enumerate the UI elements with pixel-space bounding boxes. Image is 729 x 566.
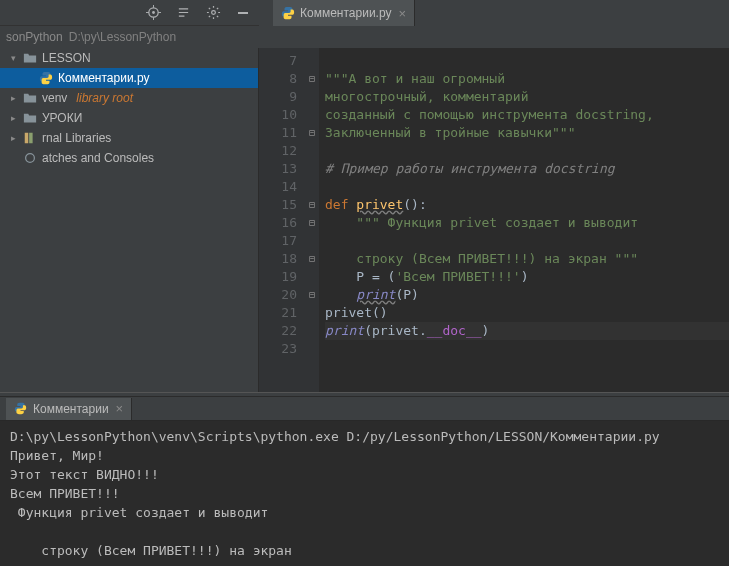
collapse-icon[interactable] bbox=[175, 5, 191, 21]
svg-point-1 bbox=[152, 11, 155, 14]
code-area[interactable]: """А вот и наш огромныймногострочный, ко… bbox=[319, 48, 729, 392]
python-file-icon bbox=[14, 402, 28, 416]
breadcrumb-project[interactable]: sonPython bbox=[6, 30, 63, 44]
editor-tabs: Комментарии.py × bbox=[259, 0, 729, 26]
svg-rect-7 bbox=[238, 12, 248, 14]
tree-item[interactable]: ▸venvlibrary root bbox=[0, 88, 258, 108]
svg-point-10 bbox=[26, 154, 35, 163]
hide-icon[interactable] bbox=[235, 5, 251, 21]
run-tab-label: Комментарии bbox=[33, 402, 109, 416]
console-output[interactable]: D:\py\LessonPython\venv\Scripts\python.e… bbox=[0, 421, 729, 566]
gear-icon[interactable] bbox=[205, 5, 221, 21]
python-file-icon bbox=[281, 6, 295, 20]
run-tab-close-icon[interactable]: × bbox=[116, 401, 124, 416]
run-tabs: Комментарии × bbox=[0, 397, 729, 421]
editor-tab[interactable]: Комментарии.py × bbox=[273, 0, 415, 26]
line-gutter: 7891011121314151617181920212223 bbox=[259, 48, 305, 392]
project-tree[interactable]: ▾LESSONКомментарии.py▸venvlibrary root▸У… bbox=[0, 48, 259, 392]
svg-rect-9 bbox=[29, 133, 33, 144]
breadcrumb-path: D:\py\LessonPython bbox=[69, 30, 176, 44]
breadcrumb: sonPython D:\py\LessonPython bbox=[0, 26, 729, 48]
run-tab[interactable]: Комментарии × bbox=[6, 398, 132, 420]
main-area: ▾LESSONКомментарии.py▸venvlibrary root▸У… bbox=[0, 48, 729, 392]
tab-close-icon[interactable]: × bbox=[399, 6, 407, 21]
svg-rect-8 bbox=[25, 133, 29, 144]
fold-column[interactable]: ⊟⊟⊟⊟⊟⊟ bbox=[305, 48, 319, 392]
tree-item[interactable]: atches and Consoles bbox=[0, 148, 258, 168]
editor-tab-label: Комментарии.py bbox=[300, 6, 392, 20]
tree-item[interactable]: ▸УРОКИ bbox=[0, 108, 258, 128]
tree-item[interactable]: Комментарии.py bbox=[0, 68, 258, 88]
run-tool-window: Комментарии × D:\py\LessonPython\venv\Sc… bbox=[0, 397, 729, 566]
tree-item[interactable]: ▸rnal Libraries bbox=[0, 128, 258, 148]
tree-item[interactable]: ▾LESSON bbox=[0, 48, 258, 68]
top-bar: Комментарии.py × bbox=[0, 0, 729, 26]
code-editor[interactable]: 7891011121314151617181920212223 ⊟⊟⊟⊟⊟⊟ "… bbox=[259, 48, 729, 392]
svg-point-6 bbox=[211, 11, 215, 15]
toolbar-area bbox=[0, 0, 259, 25]
target-icon[interactable] bbox=[145, 5, 161, 21]
